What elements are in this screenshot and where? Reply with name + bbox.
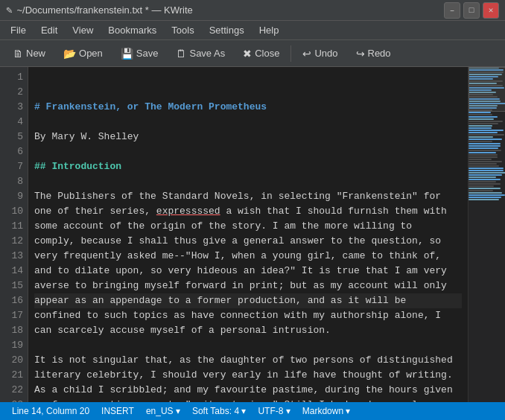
line-number-21: 21 (3, 368, 23, 383)
minimap-line (469, 145, 501, 147)
status-position[interactable]: Line 14, Column 20 (6, 402, 95, 420)
line-number-10: 10 (3, 204, 23, 219)
line-number-20: 20 (3, 353, 23, 368)
editor-line-19: literary celebrity, I should very early … (34, 368, 462, 383)
new-button[interactable]: 🗎New (4, 44, 54, 63)
minimap-line (469, 179, 501, 180)
minimap-line (469, 183, 501, 185)
line-number-5: 5 (3, 130, 23, 144)
minimap-line (469, 152, 496, 153)
undo-label: Undo (314, 48, 337, 59)
editor-line-9: some account of the origin of the story.… (34, 219, 462, 234)
status-indent[interactable]: Soft Tabs: 4 ▾ (186, 402, 252, 420)
main-area: 1234567891011121314151617181920212223242… (0, 67, 505, 402)
editor-line-2 (34, 115, 462, 130)
save-as-button[interactable]: 🗒Save As (168, 44, 233, 63)
menu-item-tools[interactable]: Tools (164, 23, 201, 37)
line-number-16: 16 (3, 293, 23, 308)
line-number-15: 15 (3, 279, 23, 293)
editor-line-1: # Frankenstein, or The Modern Prometheus (34, 100, 462, 115)
save-button[interactable]: 💾Save (112, 44, 167, 63)
minimap-line (469, 114, 492, 115)
status-bar: Line 14, Column 20INSERTen_US ▾Soft Tabs… (0, 402, 505, 420)
minimap-line (469, 168, 504, 169)
line-number-8: 8 (3, 174, 23, 189)
editor-line-4 (34, 144, 462, 159)
editor-line-6 (34, 174, 462, 189)
minimize-button[interactable]: – (444, 2, 460, 19)
line-number-6: 6 (3, 144, 23, 159)
editor-line-3: By Mary W. Shelley (34, 130, 462, 144)
minimap-line (469, 170, 504, 171)
minimap-line (469, 156, 498, 158)
minimap-line (469, 192, 502, 194)
minimap-line (469, 136, 493, 138)
minimap-line (469, 127, 492, 129)
minimap-line (469, 161, 502, 162)
editor-line-18: It is not singular that, as the daughter… (34, 353, 462, 368)
status-mode[interactable]: INSERT (95, 402, 140, 420)
menu-item-settings[interactable]: Settings (202, 23, 252, 37)
title-bar-title: ~/Documents/frankenstein.txt * — KWrite (16, 4, 192, 16)
save-label: Save (136, 48, 159, 59)
redo-label: Redo (368, 48, 391, 59)
menu-item-help[interactable]: Help (252, 23, 287, 37)
minimap-line (469, 174, 502, 176)
save-as-label: Save As (189, 48, 225, 59)
status-syntax[interactable]: Markdown ▾ (296, 402, 357, 420)
line-number-12: 12 (3, 234, 23, 249)
minimap-line (469, 154, 498, 156)
minimap (468, 67, 505, 402)
minimap-line (469, 125, 492, 127)
open-button[interactable]: 📂Open (55, 44, 111, 63)
line-number-4: 4 (3, 115, 23, 130)
status-language[interactable]: en_US ▾ (140, 402, 186, 420)
title-bar-controls: – □ ✕ (444, 2, 499, 19)
editor-line-5: ## Introduction (34, 159, 462, 174)
menu-item-file[interactable]: File (3, 23, 34, 37)
editor[interactable]: # Frankenstein, or The Modern Prometheus… (28, 67, 468, 402)
editor-line-17 (34, 338, 462, 353)
editor-line-8: one of their series, expressssed a wish … (34, 204, 462, 219)
open-icon: 📂 (63, 48, 76, 60)
menu-bar: FileEditViewBookmarksToolsSettingsHelp (0, 21, 505, 40)
toolbar-separator (290, 45, 291, 62)
line-number-2: 2 (3, 85, 23, 100)
line-numbers: 1234567891011121314151617181920212223242… (0, 67, 28, 402)
minimap-line (469, 181, 496, 182)
line-number-13: 13 (3, 249, 23, 264)
menu-item-edit[interactable]: Edit (34, 23, 65, 37)
minimap-viewport (469, 67, 505, 112)
line-number-19: 19 (3, 338, 23, 353)
minimap-line (469, 132, 498, 133)
minimap-line (469, 134, 504, 136)
new-icon: 🗎 (13, 48, 23, 60)
line-number-9: 9 (3, 189, 23, 204)
close-button[interactable]: ✖Close (235, 44, 288, 63)
minimap-line (469, 130, 504, 131)
menu-item-view[interactable]: View (65, 23, 101, 37)
minimap-line (469, 118, 494, 120)
app-icon: ✎ (6, 4, 12, 16)
minimap-line (469, 185, 494, 187)
maximize-button[interactable]: □ (463, 2, 480, 19)
editor-line-16: can scarcely accuse myself of a personal… (34, 323, 462, 338)
redo-button[interactable]: ↪Redo (348, 44, 399, 63)
open-label: Open (79, 48, 103, 59)
close-window-button[interactable]: ✕ (483, 2, 499, 19)
line-number-22: 22 (3, 383, 23, 398)
line-number-1: 1 (3, 70, 23, 85)
line-number-7: 7 (3, 159, 23, 174)
menu-item-bookmarks[interactable]: Bookmarks (101, 23, 164, 37)
minimap-line (469, 199, 499, 200)
minimap-line (469, 197, 501, 198)
line-number-11: 11 (3, 219, 23, 234)
minimap-line (469, 188, 501, 189)
undo-button[interactable]: ↩Undo (294, 44, 346, 63)
minimap-line (469, 163, 497, 165)
title-bar-left: ✎ ~/Documents/frankenstein.txt * — KWrit… (6, 4, 193, 16)
minimap-line (469, 116, 498, 118)
status-encoding[interactable]: UTF-8 ▾ (252, 402, 296, 420)
close-icon: ✖ (243, 48, 252, 60)
new-label: New (26, 48, 45, 59)
